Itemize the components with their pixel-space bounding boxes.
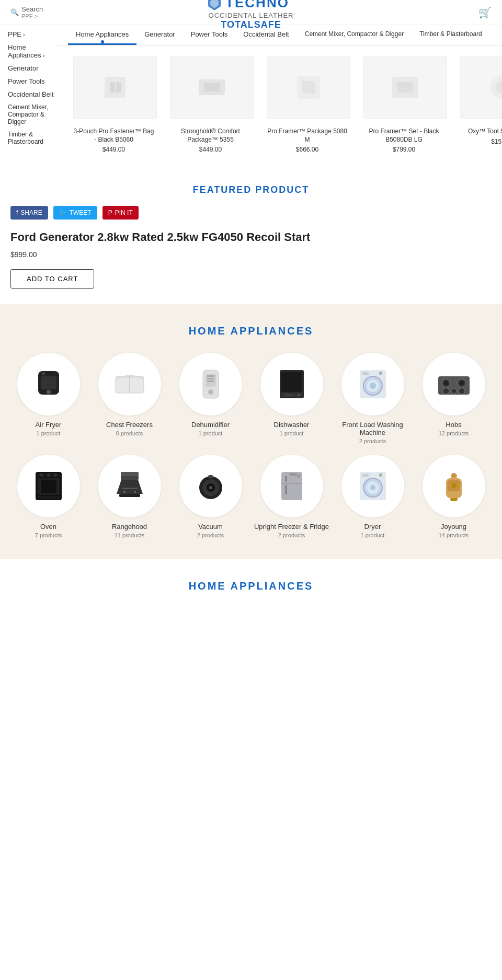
twitter-icon: 🐦 — [59, 209, 67, 216]
svg-point-21 — [47, 390, 51, 394]
products-scroll: 3-Pouch Pro Fastener™ Bag - Black B5060 … — [58, 45, 502, 164]
fridge-image — [260, 455, 323, 517]
product-card[interactable]: Pro Framer™ Set - Black B5080DB LG $799.… — [358, 51, 450, 158]
appliance-washing-machine[interactable]: Front Load Washing Machine 2 products — [335, 353, 410, 444]
appliance-oven[interactable]: Oven 7 products — [10, 455, 86, 538]
appliance-rangehood[interactable]: Rangehood 11 products — [92, 455, 167, 538]
products-row: 3-Pouch Pro Fastener™ Bag - Black B5060 … — [68, 51, 502, 158]
appliance-air-fryer[interactable]: Air Fryer 1 product — [10, 353, 86, 444]
svg-point-22 — [42, 372, 45, 375]
appliance-count: 2 products — [359, 438, 386, 444]
svg-point-55 — [47, 474, 50, 477]
featured-section: FEATURED PRODUCT f SHARE 🐦 TWEET P PIN I… — [0, 164, 502, 304]
svg-rect-3 — [110, 82, 115, 93]
appliance-hobs[interactable]: Hobs 12 products — [416, 353, 492, 444]
search-icon: 🔍 — [10, 8, 19, 16]
sidebar-item-home-appliances[interactable]: Home Appliances — [8, 41, 58, 62]
svg-point-64 — [134, 491, 136, 493]
svg-rect-86 — [452, 473, 455, 477]
appliance-count: 1 product — [199, 430, 223, 436]
svg-rect-8 — [302, 81, 315, 94]
svg-rect-41 — [362, 372, 369, 375]
vacuum-image — [179, 455, 242, 517]
nav-generator[interactable]: Generator — [136, 25, 183, 45]
svg-point-28 — [208, 389, 213, 395]
bottom-home-appliances-section: HOME APPLIANCES — [0, 559, 502, 629]
sidebar-item-occidental-belt[interactable]: Occidental Belt — [8, 88, 58, 101]
nav-occidental-belt[interactable]: Occidental Belt — [235, 25, 296, 45]
appliance-count: 11 products — [115, 532, 144, 538]
appliance-name: Air Fryer — [36, 421, 62, 429]
air-fryer-image — [17, 353, 80, 416]
appliance-dishwasher[interactable]: Dishwasher 1 product — [254, 353, 329, 444]
washing-machine-image — [341, 353, 404, 416]
svg-rect-29 — [207, 375, 214, 377]
appliance-name: Chest Freezers — [106, 421, 153, 429]
svg-rect-6 — [204, 83, 220, 91]
pinterest-icon: P — [108, 209, 112, 216]
layout-wrapper: PPE Home Appliances Generator Power Tool… — [0, 25, 502, 164]
appliance-name: Oven — [40, 523, 56, 531]
search-label[interactable]: Search — [21, 5, 43, 13]
share-pinterest-button[interactable]: P PIN IT — [102, 206, 139, 220]
appliance-name: Rangehood — [112, 523, 147, 531]
add-to-cart-button[interactable]: ADD TO CART — [10, 269, 94, 289]
sidebar-item-power-tools[interactable]: Power Tools — [8, 75, 58, 88]
appliance-joyoung[interactable]: Joyoung 14 products — [416, 455, 492, 538]
appliance-count: 2 products — [197, 532, 224, 538]
appliance-count: 1 product — [361, 532, 385, 538]
search-area[interactable]: 🔍 Search PPE > — [10, 5, 43, 19]
svg-point-56 — [54, 474, 57, 477]
svg-rect-33 — [281, 372, 302, 392]
svg-rect-84 — [450, 498, 458, 501]
home-appliances-section: HOME APPLIANCES Air Fryer 1 product — [0, 304, 502, 559]
svg-rect-58 — [41, 480, 56, 493]
product-image — [267, 56, 350, 119]
svg-rect-10 — [397, 82, 413, 93]
joyoung-image — [423, 455, 485, 517]
sidebar-item-ppe[interactable]: PPE — [8, 28, 58, 41]
appliance-count: 7 products — [35, 532, 62, 538]
product-card[interactable]: Pro Framer™ Package 5080 M $666.00 — [261, 51, 353, 158]
cart-icon[interactable]: 🛒 — [478, 6, 492, 19]
appliance-name: Hobs — [446, 421, 461, 429]
appliance-dehumidifier[interactable]: Dehumidifier 1 product — [173, 353, 248, 444]
share-facebook-button[interactable]: f SHARE — [10, 206, 48, 220]
svg-rect-57 — [38, 496, 60, 499]
appliance-dryer[interactable]: Dryer 1 product — [335, 455, 410, 538]
product-card[interactable]: Oxy™ Tool Shield 2003 $15.00 — [455, 51, 502, 158]
main-content: Home Appliances Generator Power Tools Oc… — [58, 25, 502, 164]
svg-point-47 — [460, 381, 464, 385]
sidebar-item-timber[interactable]: Timber & Plasterboard — [8, 128, 58, 148]
top-nav: Home Appliances Generator Power Tools Oc… — [58, 25, 502, 45]
search-sub[interactable]: PPE > — [21, 13, 43, 19]
svg-point-42 — [379, 372, 382, 375]
appliance-count: 2 products — [278, 532, 305, 538]
bottom-section-title: HOME APPLIANCES — [10, 580, 492, 592]
product-card[interactable]: Stronghold® Comfort Package™ 5355 $449.0… — [165, 51, 256, 158]
nav-home-appliances[interactable]: Home Appliances — [68, 25, 136, 45]
nav-power-tools[interactable]: Power Tools — [183, 25, 236, 45]
appliance-fridge[interactable]: Upright Freezer & Fridge 2 products — [254, 455, 329, 538]
dehumidifier-image — [179, 353, 242, 416]
appliance-chest-freezers[interactable]: Chest Freezers 0 products — [92, 353, 167, 444]
nav-timber[interactable]: Timber & Plasterboard — [412, 25, 490, 45]
product-image — [170, 56, 254, 119]
svg-rect-69 — [208, 475, 213, 478]
sidebar-item-cement-mixer[interactable]: Cement Mixer, Compactor & Digger — [8, 101, 58, 128]
share-twitter-button[interactable]: 🐦 TWEET — [53, 206, 97, 220]
product-name: Oxy™ Tool Shield 2003 — [460, 128, 502, 136]
sidebar-item-generator[interactable]: Generator — [8, 62, 58, 75]
svg-rect-74 — [289, 473, 297, 476]
appliance-count: 1 product — [280, 430, 304, 436]
appliance-name: Dehumidifier — [191, 421, 230, 429]
svg-point-35 — [298, 394, 300, 396]
appliance-count: 1 product — [37, 430, 61, 436]
svg-rect-80 — [362, 474, 369, 477]
appliance-vacuum[interactable]: Vacuum 2 products — [173, 455, 248, 538]
nav-cement-mixer[interactable]: Cement Mixer, Compactor & Digger — [297, 25, 412, 45]
product-card[interactable]: 3-Pouch Pro Fastener™ Bag - Black B5060 … — [68, 51, 159, 158]
home-appliances-title: HOME APPLIANCES — [10, 325, 492, 337]
product-price: $666.00 — [267, 146, 348, 153]
svg-rect-31 — [207, 381, 214, 382]
